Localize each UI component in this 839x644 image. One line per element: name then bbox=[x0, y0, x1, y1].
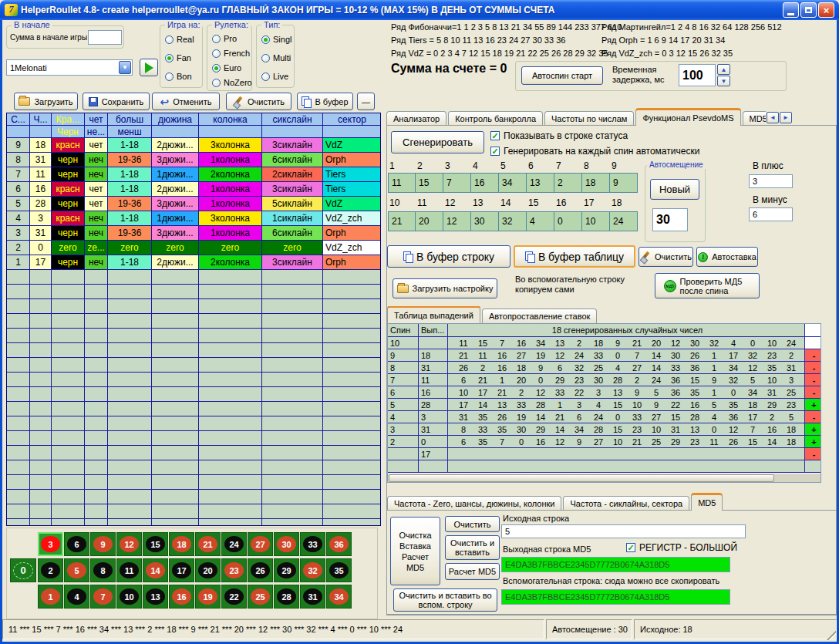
copy-table-button[interactable]: В буфер таблицу bbox=[514, 245, 635, 268]
radio-pro[interactable]: Pro bbox=[212, 34, 237, 43]
board-number-11[interactable]: 11 bbox=[116, 558, 142, 582]
tab-md5[interactable]: MD5 bbox=[743, 111, 766, 126]
grid-cell[interactable]: 11 bbox=[388, 173, 416, 193]
radio-nozero[interactable]: NoZero bbox=[212, 78, 252, 87]
radio-bon[interactable]: Bon bbox=[165, 72, 192, 81]
toolbar-undo-button[interactable]: ↩Отменить bbox=[152, 93, 220, 110]
grid-cell[interactable]: 16 bbox=[471, 173, 499, 193]
md5-clear-button[interactable]: Очистить bbox=[445, 516, 500, 532]
clear-button[interactable]: Очистить bbox=[639, 247, 693, 267]
generate-button[interactable]: Сгенерировать bbox=[391, 131, 484, 153]
grid-cell[interactable]: 4 bbox=[527, 211, 554, 231]
grid-cell[interactable]: 34 bbox=[499, 173, 527, 193]
radio-french[interactable]: French bbox=[212, 49, 250, 58]
radio-real[interactable]: Real bbox=[165, 35, 194, 44]
grid-cell[interactable]: 21 bbox=[388, 211, 416, 231]
uppercase-checkbox[interactable]: ✓РЕГИСТР - БОЛЬШОЙ bbox=[626, 542, 737, 553]
grid-cell[interactable]: 13 bbox=[527, 173, 554, 193]
run-button[interactable] bbox=[140, 59, 158, 76]
board-number-22[interactable]: 22 bbox=[221, 585, 247, 609]
source-string-input[interactable]: 5 bbox=[501, 524, 746, 538]
board-number-14[interactable]: 14 bbox=[143, 558, 168, 582]
board-number-1[interactable]: 1 bbox=[38, 585, 63, 609]
autospin-button[interactable]: Автоспин старт bbox=[521, 66, 603, 85]
grid-cell[interactable]: 18 bbox=[582, 173, 610, 193]
board-number-20[interactable]: 20 bbox=[195, 558, 221, 582]
tab-md5[interactable]: MD5 bbox=[691, 493, 723, 511]
tab-функционал-psevdoms[interactable]: Функционал PsevdoMS bbox=[635, 108, 740, 126]
delay-down-button[interactable]: ▼ bbox=[717, 76, 730, 86]
check-show-status[interactable]: ✓Показывать в строке статуса bbox=[490, 130, 628, 141]
radio-multi[interactable]: Multi bbox=[261, 53, 291, 62]
board-number-2[interactable]: 2 bbox=[38, 558, 63, 582]
toolbar-folder-open-button[interactable]: Загрузить bbox=[14, 93, 78, 110]
check-md5-button[interactable]: МД5Проверить МД5 после спина bbox=[655, 273, 760, 298]
board-number-9[interactable]: 9 bbox=[90, 532, 116, 556]
board-number-23[interactable]: 23 bbox=[221, 558, 247, 582]
tab-частота-сиклайны-сектора[interactable]: Частота - сиклайны, сектора bbox=[563, 496, 689, 511]
history-table[interactable]: С...Ч...Кра...четбольшдюжинаколонкасиксл… bbox=[6, 113, 381, 526]
combo-arrow-icon[interactable]: ▼ bbox=[119, 61, 131, 74]
board-number-34[interactable]: 34 bbox=[326, 585, 352, 609]
tab-контроль-банкролла[interactable]: Контроль банкролла bbox=[448, 111, 543, 126]
autoshift-value[interactable]: 30 bbox=[652, 208, 688, 231]
board-number-28[interactable]: 28 bbox=[274, 585, 299, 609]
tabs-scroll-left-button[interactable]: ◄ bbox=[767, 112, 779, 123]
start-sum-input[interactable] bbox=[88, 30, 122, 45]
spin-table-hscrollbar[interactable] bbox=[388, 473, 820, 482]
board-number-29[interactable]: 29 bbox=[274, 558, 299, 582]
load-settings-button[interactable]: Загрузить настройку bbox=[393, 278, 497, 298]
radio-euro[interactable]: Euro bbox=[212, 63, 241, 72]
md5-output-field[interactable]: E4DA3B7FBBCE2345D7772B0674A318D5 bbox=[501, 557, 730, 572]
copy-row-button[interactable]: В буфер строку bbox=[387, 245, 510, 268]
resize-grip[interactable] bbox=[827, 631, 836, 640]
tab-автопроставление-ставок[interactable]: Автопроставление ставок bbox=[482, 309, 597, 323]
delay-up-button[interactable]: ▲ bbox=[717, 64, 730, 75]
tabs-scroll-right-button[interactable]: ► bbox=[780, 112, 792, 123]
grid-cell[interactable]: 32 bbox=[499, 211, 527, 231]
grid-cell[interactable]: 10 bbox=[582, 211, 610, 231]
profile-combobox[interactable]: 1Melonati ▼ bbox=[6, 59, 133, 76]
board-number-21[interactable]: 21 bbox=[195, 532, 221, 556]
board-number-32[interactable]: 32 bbox=[300, 558, 325, 582]
board-number-36[interactable]: 36 bbox=[326, 532, 352, 556]
minus-input[interactable]: 6 bbox=[749, 207, 793, 221]
grid-cell[interactable]: 12 bbox=[443, 211, 471, 231]
grid-cell[interactable]: 15 bbox=[416, 173, 443, 193]
board-number-17[interactable]: 17 bbox=[169, 558, 194, 582]
minimize-button[interactable] bbox=[783, 2, 799, 18]
board-number-0[interactable]: 0 bbox=[10, 558, 36, 582]
board-number-6[interactable]: 6 bbox=[64, 532, 89, 556]
delay-value[interactable]: 100 bbox=[679, 64, 716, 86]
board-number-33[interactable]: 33 bbox=[300, 532, 325, 556]
close-button[interactable]: × bbox=[818, 2, 834, 18]
autobet-button[interactable]: !Автоставка bbox=[696, 247, 758, 267]
aux-string-field[interactable]: E4DA3B7FBBCE2345D7772B0674A318D5 bbox=[501, 589, 730, 605]
board-number-31[interactable]: 31 bbox=[300, 585, 325, 609]
new-button[interactable]: Новый bbox=[650, 179, 699, 200]
board-number-12[interactable]: 12 bbox=[116, 532, 142, 556]
tab-частоты-по-числам[interactable]: Частоты по числам bbox=[544, 111, 634, 126]
board-number-35[interactable]: 35 bbox=[326, 558, 352, 582]
board-number-25[interactable]: 25 bbox=[248, 585, 273, 609]
grid-cell[interactable]: 0 bbox=[554, 211, 582, 231]
board-number-19[interactable]: 19 bbox=[195, 585, 221, 609]
board-number-3[interactable]: 3 bbox=[38, 532, 63, 556]
toolbar-brush-button[interactable]: Очистить bbox=[226, 93, 291, 110]
radio-singl[interactable]: Singl bbox=[261, 35, 291, 44]
board-number-18[interactable]: 18 bbox=[169, 532, 194, 556]
md5-calc-button[interactable]: Расчет MD5 bbox=[445, 563, 500, 580]
scrollbar-thumb[interactable] bbox=[389, 474, 774, 482]
md5-clear-paste-aux-button[interactable]: Очистить и вставить во вспом. строку bbox=[393, 588, 497, 612]
board-number-4[interactable]: 4 bbox=[64, 585, 89, 609]
grid-cell[interactable]: 2 bbox=[554, 173, 582, 193]
board-number-5[interactable]: 5 bbox=[64, 558, 89, 582]
board-number-24[interactable]: 24 bbox=[221, 532, 247, 556]
tab-таблица-выпадений[interactable]: Таблица выпадений bbox=[387, 306, 480, 323]
toolbar-save-button[interactable]: Сохранить bbox=[83, 93, 150, 110]
grid-cell[interactable]: 7 bbox=[443, 173, 471, 193]
board-number-15[interactable]: 15 bbox=[143, 532, 168, 556]
plus-input[interactable]: 3 bbox=[749, 174, 793, 188]
grid-cell[interactable]: 24 bbox=[610, 211, 638, 231]
radio-fan[interactable]: Fan bbox=[165, 53, 191, 62]
